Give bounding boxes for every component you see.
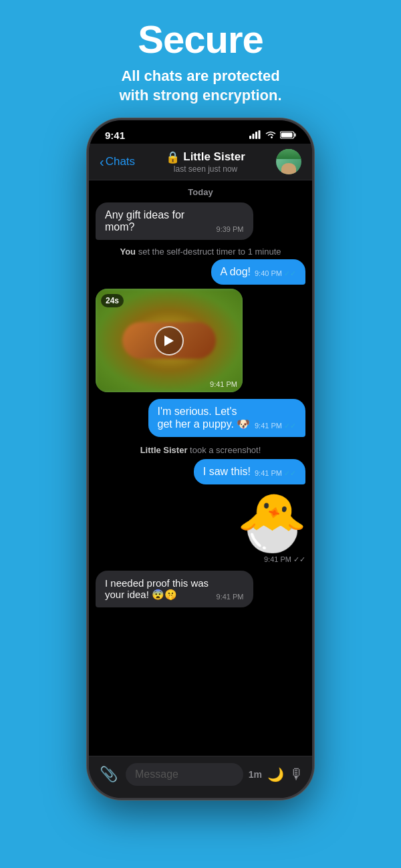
message-bubble-received: I needed proof this was your idea! 😨🤫 9:… [96,571,253,607]
avatar-skin [281,163,297,174]
screenshot-notice: Little Sister took a screenshot! [96,445,305,455]
message-row: I'm serious. Let's get her a puppy. 🐶 9:… [158,406,297,430]
list-item: 24s 9:41 PM [96,289,305,395]
message-time: 9:41 PM ✓✓ [255,469,296,478]
sticker: 🐣 [239,488,305,555]
promo-subtitle: All chats are protectedwith strong encry… [119,67,281,105]
svg-rect-6 [281,133,293,138]
list-item: Any gift ideas for mom? 9:39 PM [96,202,305,240]
media-timer: 24s [101,294,124,307]
status-time: 9:41 [105,130,125,141]
back-button[interactable]: ‹ Chats [100,155,135,168]
wifi-icon [265,130,276,141]
avatar[interactable] [276,149,301,174]
phone-shell: 9:41 [87,118,314,800]
moon-button[interactable]: 🌙 [267,766,284,782]
message-bubble-sent: A dog! 9:40 PM ✓✓ [211,259,305,285]
media-play-button[interactable] [154,326,184,355]
timer-label: 1m [249,769,262,780]
message-row: Any gift ideas for mom? 9:39 PM [105,209,244,233]
list-item: I'm serious. Let's get her a puppy. 🐶 9:… [96,399,305,437]
media-time: 9:41 PM [210,380,237,388]
message-bubble-received: Any gift ideas for mom? 9:39 PM [96,202,253,240]
list-item: I needed proof this was your idea! 😨🤫 9:… [96,571,305,607]
nav-bar: ‹ Chats 🔒 Little Sister last seen just n… [89,144,312,180]
timer-badge[interactable]: 1m [249,769,262,780]
message-time: 9:39 PM [217,225,244,233]
promo-section: Secure All chats are protectedwith stron… [106,0,295,118]
battery-icon [280,130,296,141]
svg-rect-0 [249,136,251,139]
list-item: A dog! 9:40 PM ✓✓ [96,259,305,285]
message-text: I needed proof this was your idea! 😨🤫 [105,577,213,601]
message-time: 9:40 PM ✓✓ [255,269,296,278]
message-bubble-sent: I saw this! 9:41 PM ✓✓ [194,459,305,484]
sticker-time: 9:41 PM ✓✓ [239,555,305,564]
mic-button[interactable]: 🎙 [289,766,304,783]
svg-rect-2 [255,132,257,139]
svg-rect-1 [253,134,255,139]
lock-icon: 🔒 [166,150,180,164]
attach-button[interactable]: 📎 [97,763,120,786]
messages-area: Today Any gift ideas for mom? 9:39 PM Yo… [89,180,312,756]
back-chevron-icon: ‹ [100,155,104,168]
signal-icon [249,130,261,141]
message-time: 9:41 PM [217,593,244,601]
svg-rect-3 [259,130,261,139]
media-message[interactable]: 24s 9:41 PM [96,289,243,392]
status-bar: 9:41 [89,120,312,144]
svg-rect-5 [295,134,296,137]
nav-center: 🔒 Little Sister last seen just now [166,150,245,174]
system-message: You set the self-destruct timer to 1 min… [96,247,305,257]
promo-headline: Secure [119,20,281,59]
message-row: I saw this! 9:41 PM ✓✓ [203,466,296,478]
back-label: Chats [106,155,135,168]
message-bubble-sent: I'm serious. Let's get her a puppy. 🐶 9:… [148,399,306,437]
message-input[interactable]: Message [126,763,243,786]
message-time: 9:41 PM ✓✓ [255,422,296,430]
message-row: A dog! 9:40 PM ✓✓ [221,266,296,278]
message-text: A dog! [221,266,251,278]
list-item: I saw this! 9:41 PM ✓✓ [96,459,305,484]
message-text: Any gift ideas for mom? [105,209,213,233]
date-label: Today [96,187,305,197]
sticker-message: 🐣 9:41 PM ✓✓ [96,488,305,568]
input-bar: 📎 Message 1m 🌙 🎙 [89,756,312,798]
message-row: I needed proof this was your idea! 😨🤫 9:… [105,577,244,601]
message-placeholder: Message [135,768,178,780]
message-text: I'm serious. Let's get her a puppy. 🐶 [158,406,251,430]
nav-title: 🔒 Little Sister [166,150,245,164]
status-icons [249,130,296,141]
message-text: I saw this! [203,466,251,478]
avatar-hair [276,149,301,158]
nav-subtitle: last seen just now [166,164,245,174]
